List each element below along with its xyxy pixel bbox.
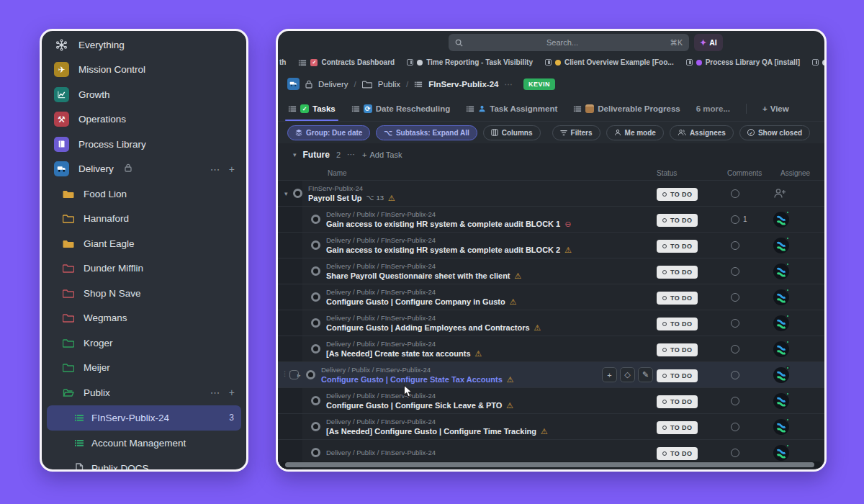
task-status-circle[interactable]	[311, 292, 320, 302]
comments-cell[interactable]	[727, 423, 769, 431]
search-input[interactable]: Search... ⌘K	[449, 34, 689, 51]
tab-time-reporting-visibility[interactable]: Time Reporting - Task Visibility	[407, 58, 533, 66]
sidebar-item-delivery[interactable]: Delivery ⋯ +	[42, 157, 246, 182]
tab-time-reporting-con[interactable]: Time Reporting - Con	[812, 58, 824, 66]
add-view-button[interactable]: + View	[762, 104, 789, 113]
task-status-circle[interactable]	[311, 266, 320, 276]
more-views-button[interactable]: 6 more...	[696, 104, 730, 113]
task-row[interactable]: Delivery / Publix / FInServ-Publix-24 [A…	[278, 336, 824, 362]
status-badge[interactable]: TO DO	[657, 292, 698, 305]
assignee-cell[interactable]	[769, 264, 824, 279]
breadcrumb-folder[interactable]: Publix	[378, 80, 400, 89]
publix-add-button[interactable]: +	[229, 387, 235, 398]
task-title[interactable]: Configure Gusto | Configure State Tax Ac…	[321, 374, 503, 384]
comments-cell[interactable]	[727, 345, 769, 354]
task-status-circle[interactable]	[311, 422, 320, 431]
task-row[interactable]: Delivery / Publix / FInServ-Publix-24 [A…	[278, 414, 824, 440]
task-title[interactable]: Configure Gusto | Configure Company in G…	[326, 297, 505, 307]
tab-process-library-qa[interactable]: Process Library QA [install]	[686, 58, 800, 66]
comments-cell[interactable]	[727, 371, 769, 379]
ai-button[interactable]: ✦ AI	[694, 34, 723, 51]
task-title[interactable]: [As Needed] Configure Gusto | Configure …	[326, 426, 536, 436]
sidebar-item-growth[interactable]: Growth	[42, 82, 246, 107]
status-badge[interactable]: TO DO	[657, 395, 698, 408]
assignee-cell[interactable]	[769, 289, 824, 305]
status-badge[interactable]: TO DO	[657, 188, 698, 201]
group-more-button[interactable]: ⋯	[347, 150, 356, 159]
task-status-circle[interactable]	[311, 396, 320, 405]
comments-cell[interactable]	[727, 241, 769, 250]
task-row[interactable]: Delivery / Publix / FInServ-Publix-24 Co…	[278, 310, 824, 336]
assignee-avatar[interactable]	[773, 238, 789, 253]
tab-partial[interactable]: th	[279, 58, 286, 66]
column-status[interactable]: Status	[657, 169, 727, 177]
status-badge[interactable]: TO DO	[657, 369, 698, 382]
assignee-cell[interactable]	[769, 341, 824, 357]
columns-button[interactable]: Columns	[483, 125, 541, 140]
task-status-circle[interactable]	[306, 370, 315, 379]
hide-button[interactable]: Hide	[822, 125, 827, 140]
assignee-avatar[interactable]	[773, 445, 789, 461]
tab-contracts-dashboard[interactable]: ✓ Contracts Dashboard	[298, 58, 395, 66]
task-row[interactable]: Delivery / Publix / FInServ-Publix-24 Co…	[278, 284, 824, 310]
sidebar-folder-publix[interactable]: Publix ⋯ +	[42, 380, 246, 405]
group-by-button[interactable]: Group: Due date	[287, 125, 370, 140]
assignee-cell[interactable]	[769, 367, 824, 383]
task-row[interactable]: Delivery / Publix / FInServ-Publix-24 Ga…	[278, 207, 824, 233]
assignee-avatar[interactable]	[773, 264, 789, 279]
sidebar-item-operations[interactable]: ⚒ Operations	[42, 107, 246, 132]
tag-button[interactable]: ◇	[620, 367, 635, 382]
comments-cell[interactable]	[727, 319, 769, 328]
tab-task-assignment[interactable]: Task Assignment	[466, 96, 557, 121]
task-title[interactable]: Payroll Set Up	[308, 193, 362, 203]
comments-cell[interactable]	[727, 189, 769, 198]
kevin-badge[interactable]: KEVIN	[523, 78, 555, 90]
assignee-avatar[interactable]	[773, 341, 789, 357]
sidebar-folder-wegmans[interactable]: Wegmans	[42, 306, 246, 331]
comments-cell[interactable]	[727, 267, 769, 276]
sidebar-folder-shop-n-save[interactable]: Shop N Save	[42, 281, 246, 306]
status-badge[interactable]: TO DO	[657, 240, 698, 253]
assignee-avatar[interactable]	[773, 419, 789, 435]
delivery-add-button[interactable]: +	[229, 163, 235, 175]
add-task-button[interactable]: + Add Task	[362, 150, 402, 159]
assignee-avatar[interactable]	[773, 315, 789, 331]
task-title[interactable]: Configure Gusto | Adding Employees and C…	[326, 323, 530, 333]
delivery-more-button[interactable]: ⋯	[210, 163, 220, 175]
task-title[interactable]: [As Needed] Create state tax accounts	[326, 348, 471, 359]
comments-cell[interactable]	[727, 449, 769, 457]
breadcrumb-list[interactable]: FInServ-Publix-24	[428, 80, 498, 89]
status-badge[interactable]: TO DO	[657, 343, 698, 356]
task-row[interactable]: Delivery / Publix / FInServ-Publix-24 Ga…	[278, 233, 824, 258]
tab-deliverable-progress[interactable]: Deliverable Progress	[573, 96, 680, 121]
task-title[interactable]: Gain access to existing HR system & comp…	[326, 219, 560, 229]
comments-cell[interactable]	[727, 397, 769, 405]
task-row-selected[interactable]: ⋮⋮ ▸ Delivery / Publix / FInServ-Publix-…	[278, 362, 824, 388]
status-badge[interactable]: TO DO	[657, 266, 698, 279]
sidebar-list-finserv-publix-24[interactable]: FInServ-Publix-24 3	[47, 405, 241, 431]
task-status-circle[interactable]	[293, 189, 302, 198]
task-title[interactable]: Configure Gusto | Configure Sick Leave &…	[326, 400, 502, 410]
tab-date-rescheduling[interactable]: ⟳ Date Rescheduling	[351, 96, 451, 121]
row-checkbox[interactable]	[289, 370, 299, 379]
task-title[interactable]: Gain access to existing HR system & comp…	[326, 245, 560, 255]
group-name[interactable]: Future	[303, 150, 330, 160]
sidebar-list-publix-docs[interactable]: Publix DOCS	[47, 456, 241, 472]
task-row-payroll-set-up[interactable]: ▾ FInServ-Publix-24 Payroll Set Up ⌥ 13 …	[278, 181, 824, 207]
column-assignee[interactable]: Assignee	[769, 169, 824, 177]
task-status-circle[interactable]	[311, 448, 320, 457]
breadcrumb-space[interactable]: Delivery	[318, 80, 348, 89]
me-mode-button[interactable]: Me mode	[606, 125, 664, 140]
tab-tasks[interactable]: ✓ Tasks	[288, 96, 336, 121]
column-comments[interactable]: Comments	[727, 169, 769, 177]
sidebar-item-process-library[interactable]: Process Library	[42, 132, 246, 157]
task-title[interactable]: Share Payroll Questionnaire sheet with t…	[326, 271, 510, 281]
task-status-circle[interactable]	[311, 318, 320, 328]
assignee-cell[interactable]	[769, 393, 824, 409]
column-name[interactable]: Name	[278, 169, 657, 177]
status-badge[interactable]: TO DO	[657, 447, 698, 460]
edit-button[interactable]: ✎	[638, 367, 653, 382]
assignee-avatar[interactable]	[773, 367, 789, 383]
horizontal-scrollbar[interactable]	[285, 462, 814, 467]
task-status-circle[interactable]	[311, 240, 320, 250]
